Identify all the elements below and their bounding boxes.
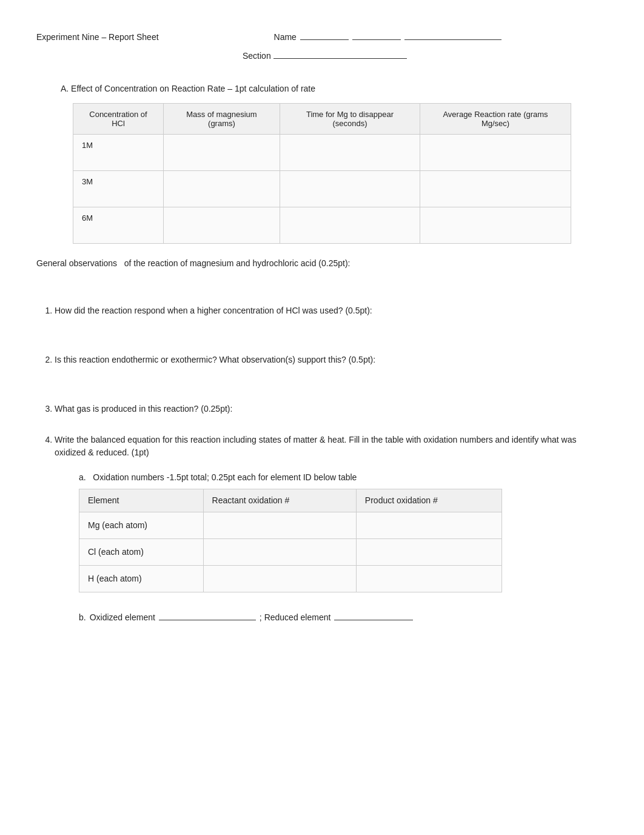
sub-b-label: b. <box>79 611 86 624</box>
reactant-mg[interactable] <box>203 512 356 539</box>
element-h: H (each atom) <box>79 566 204 592</box>
question-4-text: Write the balanced equation for this rea… <box>55 435 576 457</box>
header-section: Experiment Nine – Report Sheet Name Sect… <box>36 30 608 72</box>
table-row: H (each atom) <box>79 566 502 592</box>
table-row: Mg (each atom) <box>79 512 502 539</box>
separator-text: ; Reduced element <box>260 611 331 624</box>
mass-1m[interactable] <box>163 135 280 171</box>
observations-section: General observations of the reaction of … <box>36 258 608 268</box>
element-mg: Mg (each atom) <box>79 512 204 539</box>
question-3-text: What gas is produced in this reaction? (… <box>55 404 232 414</box>
oxid-header-row: Element Reactant oxidation # Product oxi… <box>79 489 502 512</box>
table-row: 1M <box>73 135 571 171</box>
questions-list: How did the reaction respond when a high… <box>36 304 608 624</box>
reduced-field[interactable] <box>334 611 413 620</box>
conc-6m: 6M <box>73 207 164 244</box>
mass-3m[interactable] <box>163 171 280 207</box>
name-field-3[interactable] <box>404 30 501 40</box>
table-row: 6M <box>73 207 571 244</box>
oxidized-label: Oxidized element <box>90 611 155 624</box>
concentration-table: Concentration of HCl Mass of magnesium (… <box>73 103 571 244</box>
time-1m[interactable] <box>280 135 420 171</box>
product-h[interactable] <box>356 566 501 592</box>
section-field[interactable] <box>273 49 407 59</box>
rate-6m[interactable] <box>420 207 571 244</box>
oxidation-table: Element Reactant oxidation # Product oxi… <box>79 489 502 592</box>
observations-label: General observations <box>36 258 117 268</box>
col-time: Time for Mg to disappear (seconds) <box>280 104 420 135</box>
col-concentration: Concentration of HCl <box>73 104 164 135</box>
col-mass: Mass of magnesium (grams) <box>163 104 280 135</box>
sub-a-label: a. Oxidation numbers -1.5pt total; 0.25p… <box>79 471 608 484</box>
oxid-col-element: Element <box>79 489 204 512</box>
oxid-col-reactant: Reactant oxidation # <box>203 489 356 512</box>
sub-section-b: b. Oxidized element ; Reduced element <box>79 611 608 624</box>
name-label: Name <box>274 32 297 42</box>
question-2-text: Is this reaction endothermic or exotherm… <box>55 355 375 364</box>
question-4: Write the balanced equation for this rea… <box>55 434 608 624</box>
mass-6m[interactable] <box>163 207 280 244</box>
name-line: Name <box>274 30 501 42</box>
part-a-label: A. Effect of Concentration on Reaction R… <box>61 84 232 93</box>
observations-text: of the reaction of magnesium and hydroch… <box>124 258 351 268</box>
part-a-note: 1pt calculation of rate <box>235 84 315 93</box>
table-header-row: Concentration of HCl Mass of magnesium (… <box>73 104 571 135</box>
col-rate: Average Reaction rate (grams Mg/sec) <box>420 104 571 135</box>
element-cl: Cl (each atom) <box>79 539 204 566</box>
question-2: Is this reaction endothermic or exotherm… <box>55 354 608 366</box>
question-3: What gas is produced in this reaction? (… <box>55 403 608 415</box>
part-a-header: A. Effect of Concentration on Reaction R… <box>61 84 608 93</box>
question-1: How did the reaction respond when a high… <box>55 304 608 317</box>
name-field-2[interactable] <box>352 30 401 40</box>
reactant-cl[interactable] <box>203 539 356 566</box>
reactant-h[interactable] <box>203 566 356 592</box>
rate-3m[interactable] <box>420 171 571 207</box>
product-mg[interactable] <box>356 512 501 539</box>
oxid-col-product: Product oxidation # <box>356 489 501 512</box>
section-label: Section <box>243 51 271 61</box>
name-field-1[interactable] <box>300 30 349 40</box>
question-1-text: How did the reaction respond when a high… <box>55 306 372 315</box>
time-3m[interactable] <box>280 171 420 207</box>
product-cl[interactable] <box>356 539 501 566</box>
table-row: 3M <box>73 171 571 207</box>
sub-a-note: Oxidation numbers -1.5pt total; 0.25pt e… <box>93 472 357 482</box>
sub-section-a: a. Oxidation numbers -1.5pt total; 0.25p… <box>79 471 608 592</box>
rate-1m[interactable] <box>420 135 571 171</box>
section-row: Section <box>243 49 608 61</box>
conc-1m: 1M <box>73 135 164 171</box>
time-6m[interactable] <box>280 207 420 244</box>
table-row: Cl (each atom) <box>79 539 502 566</box>
oxidized-field[interactable] <box>159 611 256 620</box>
experiment-title: Experiment Nine – Report Sheet <box>36 32 159 42</box>
conc-3m: 3M <box>73 171 164 207</box>
title-name-row: Experiment Nine – Report Sheet Name <box>36 30 608 42</box>
